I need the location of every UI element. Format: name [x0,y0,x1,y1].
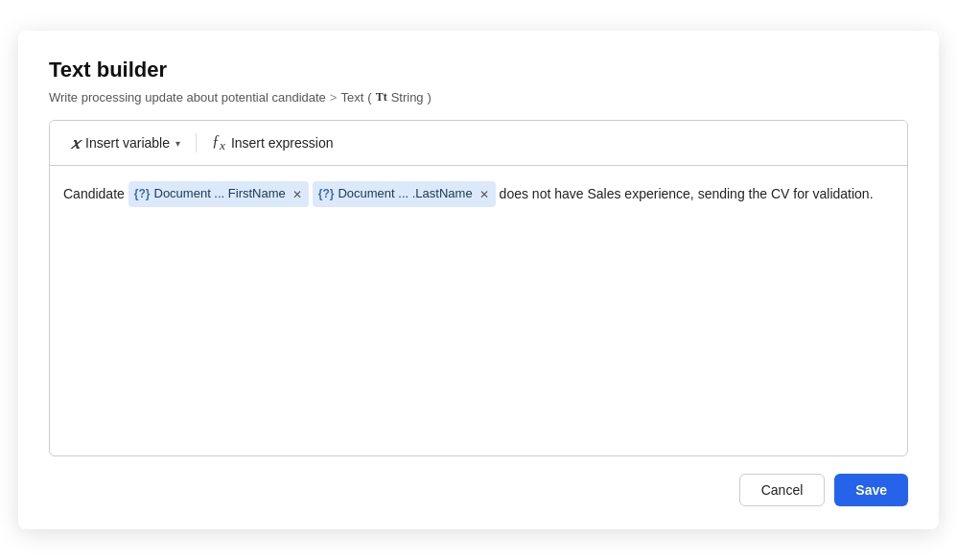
save-button[interactable]: Save [834,474,908,506]
text-builder-modal: Text builder Write processing update abo… [18,31,939,529]
chip-icon-2: {?} [318,183,335,205]
breadcrumb-type-kind: String [391,90,424,105]
editor-container: 𝑥 Insert variable ▾ ƒx Insert expression… [49,120,908,456]
breadcrumb-type-label: Text [340,90,363,105]
toolbar-divider [196,133,197,152]
chip-close-1[interactable]: ✕ [292,189,302,200]
editor-line: Candidate {?} Document ... FirstName ✕ {… [63,181,894,207]
insert-expression-button[interactable]: ƒx Insert expression [202,128,343,157]
breadcrumb-type-paren-close: ) [428,90,432,105]
breadcrumb-step: Write processing update about potential … [49,90,326,105]
insert-variable-button[interactable]: 𝑥 Insert variable ▾ [61,130,190,156]
chip-close-2[interactable]: ✕ [479,189,489,200]
breadcrumb-separator: > [330,90,338,105]
variable-chip-firstname[interactable]: {?} Document ... FirstName ✕ [128,181,309,207]
breadcrumb-type: Text ( Tt String ) [340,90,432,105]
chip-label-1: Document ... FirstName [154,182,286,206]
insert-variable-label: Insert variable [85,135,170,151]
modal-title: Text builder [49,58,908,82]
text-after: does not have Sales experience, sending … [500,181,874,207]
modal-footer: Cancel Save [49,474,908,506]
breadcrumb: Write processing update about potential … [49,90,908,105]
insert-expression-label: Insert expression [231,135,334,151]
editor-content[interactable]: Candidate {?} Document ... FirstName ✕ {… [50,166,907,455]
cancel-button[interactable]: Cancel [739,474,826,506]
text-before: Candidate [63,181,125,207]
variable-x-icon: 𝑥 [71,134,80,152]
chevron-down-icon: ▾ [175,138,180,149]
tt-icon: Tt [376,90,387,105]
breadcrumb-type-paren-open: ( [367,90,371,105]
chip-icon-1: {?} [134,183,151,205]
fx-icon: ƒx [212,132,225,153]
chip-label-2: Document ... .LastName [338,182,472,206]
variable-chip-lastname[interactable]: {?} Document ... .LastName ✕ [313,181,496,207]
toolbar: 𝑥 Insert variable ▾ ƒx Insert expression [50,121,907,166]
